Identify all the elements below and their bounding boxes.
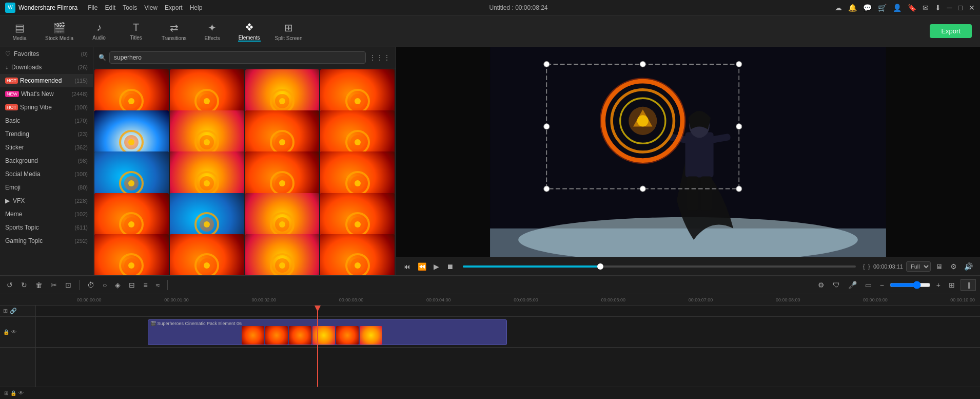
link-icon[interactable]: 🔗 xyxy=(10,308,17,314)
toolbar-stock-media[interactable]: 🎬 Stock Media xyxy=(45,22,73,41)
delete-button[interactable]: 🗑 xyxy=(33,279,45,291)
status-icon-2[interactable]: 🔒 xyxy=(10,390,16,396)
sidebar-item-gaming-topic[interactable]: Gaming Topic (292) xyxy=(0,234,93,248)
skip-back-button[interactable]: ⏮ xyxy=(401,261,413,272)
grid-item-16[interactable]: ⬇ Superheroes Cinematic ... xyxy=(94,234,169,275)
sidebar-item-background[interactable]: Background (98) xyxy=(0,154,93,167)
menu-view[interactable]: View xyxy=(144,4,158,11)
audio-icon: ♪ xyxy=(96,22,102,33)
menu-tools[interactable]: Tools xyxy=(123,4,137,11)
toolbar-elements[interactable]: ❖ Elements xyxy=(238,21,261,42)
sidebar-item-spring-vibe[interactable]: HOT Spring Vibe (100) xyxy=(0,101,93,114)
maximize-icon[interactable]: □ xyxy=(958,4,963,12)
sidebar-item-vfx[interactable]: ▶ VFX (228) xyxy=(0,194,93,207)
menu-edit[interactable]: Edit xyxy=(105,4,116,11)
zoom-slider[interactable] xyxy=(890,281,931,289)
redo-button[interactable]: ↻ xyxy=(18,279,30,291)
play-button[interactable]: ▶ xyxy=(432,261,441,272)
crop-button[interactable]: ⊡ xyxy=(63,279,74,291)
mic-button[interactable]: 🎤 xyxy=(846,279,859,291)
timeline-controls-row: ⊞ 🔗 xyxy=(0,306,35,317)
app-logo: W Wondershare Filmora xyxy=(5,3,77,13)
window-title: Untitled : 00:00:08:24 xyxy=(202,4,834,11)
svg-point-32 xyxy=(279,180,285,186)
alert-icon[interactable]: 🔔 xyxy=(848,4,857,12)
audio-beat-button[interactable]: ≈ xyxy=(153,279,163,291)
grid-view-icon[interactable]: ⋮⋮⋮ xyxy=(369,53,390,62)
zoom-in-button[interactable]: + xyxy=(934,279,943,291)
step-back-button[interactable]: ⏪ xyxy=(416,261,428,272)
svg-rect-64 xyxy=(687,176,698,210)
progress-bar[interactable] xyxy=(463,265,856,268)
cart-icon[interactable]: 🛒 xyxy=(878,4,887,12)
zoom-out-button[interactable]: − xyxy=(877,279,887,291)
status-icon-1[interactable]: ⊞ xyxy=(4,390,8,396)
stabilize-button[interactable]: ○ xyxy=(100,279,109,291)
add-track-icon[interactable]: ⊞ xyxy=(3,308,8,314)
sidebar-item-recommended[interactable]: HOT Recommended (115) xyxy=(0,74,93,87)
sidebar-item-whats-new[interactable]: NEW What's New (2448) xyxy=(0,87,93,101)
eye-icon[interactable]: 👁 xyxy=(11,329,16,335)
subtitle-button[interactable]: ▭ xyxy=(863,279,874,291)
toolbar-audio[interactable]: ♪ Audio xyxy=(88,22,110,41)
menu-export[interactable]: Export xyxy=(165,4,183,11)
sidebar-item-trending[interactable]: Trending (23) xyxy=(0,127,93,141)
cloud-icon[interactable]: ☁ xyxy=(835,4,842,12)
split-button[interactable]: ⊟ xyxy=(126,279,138,291)
grid-item-17[interactable]: ⬇ Superheroes Cinematic ... xyxy=(170,234,244,275)
sidebar-item-sports-topic[interactable]: Sports Topic (611) xyxy=(0,221,93,234)
stop-button[interactable]: ⏹ xyxy=(444,261,456,272)
toolbar-transitions[interactable]: ⇄ Transitions xyxy=(162,22,187,41)
sidebar-item-sticker[interactable]: Sticker (362) xyxy=(0,141,93,154)
toolbar-effects[interactable]: ✦ Effects xyxy=(201,22,224,41)
svg-point-77 xyxy=(544,62,550,67)
audio-detach-button[interactable]: ≡ xyxy=(141,279,150,291)
sidebar-item-basic[interactable]: Basic (170) xyxy=(0,114,93,127)
logo-icon: W xyxy=(5,3,15,13)
mark-9: 00:00:09:00 xyxy=(863,297,888,302)
volume-icon[interactable]: 🔊 xyxy=(962,261,975,272)
close-icon[interactable]: ✕ xyxy=(969,4,975,12)
track-label-video: 🔒 👁 xyxy=(0,317,35,348)
toolbar-media[interactable]: ▤ Media xyxy=(8,22,31,41)
menu-help[interactable]: Help xyxy=(190,4,203,11)
download-icon[interactable]: ⬇ xyxy=(935,4,941,12)
minimize-icon[interactable]: ─ xyxy=(947,4,952,12)
bookmark-icon[interactable]: 🔖 xyxy=(908,4,916,12)
sidebar-item-downloads[interactable]: ↓ Downloads (26) xyxy=(0,61,93,74)
svg-point-17 xyxy=(204,139,210,145)
progress-thumb[interactable] xyxy=(597,263,603,270)
sidebar-item-social-media[interactable]: Social Media (100) xyxy=(0,167,93,181)
color-button[interactable]: ◈ xyxy=(112,279,123,291)
svg-point-35 xyxy=(355,180,361,186)
speed-button[interactable]: ⏱ xyxy=(85,279,97,291)
cut-button[interactable]: ✂ xyxy=(48,279,60,291)
video-clip[interactable]: 🎬 Superheroes Cinematic Pack Element 06 xyxy=(148,319,507,345)
svg-point-20 xyxy=(279,139,285,145)
grid-item-18[interactable]: ⬇ Superheroes Cinematic ... xyxy=(245,234,320,275)
undo-button[interactable]: ↺ xyxy=(4,279,15,291)
quality-select[interactable]: Full 1/2 1/4 xyxy=(906,261,931,272)
settings-timeline-button[interactable]: ⚙ xyxy=(815,279,827,291)
grid-item-19[interactable]: ⬇ Superheroes Cinematic ... xyxy=(320,234,395,275)
toolbar-split-screen[interactable]: ⊞ Split Screen xyxy=(275,22,303,41)
settings-icon[interactable]: ⚙ xyxy=(948,261,959,272)
monitor-icon[interactable]: 🖥 xyxy=(934,261,945,272)
chat-icon[interactable]: 💬 xyxy=(863,4,872,12)
user-icon[interactable]: 👤 xyxy=(893,4,901,12)
shield-button[interactable]: 🛡 xyxy=(830,279,842,291)
toolbar-titles[interactable]: T Titles xyxy=(125,22,147,41)
lock-icon[interactable]: 🔒 xyxy=(3,329,9,335)
menu-file[interactable]: File xyxy=(88,4,97,11)
sidebar-item-emoji[interactable]: Emoji (80) xyxy=(0,181,93,194)
mail-icon[interactable]: ✉ xyxy=(923,4,929,12)
svg-point-23 xyxy=(355,139,361,145)
search-input[interactable] xyxy=(109,51,366,64)
sidebar-item-favorites[interactable]: ♡ Favorites (0) xyxy=(0,47,93,61)
clip-thumb-4 xyxy=(312,326,335,345)
fit-button[interactable]: ⊞ xyxy=(946,279,957,291)
sidebar-item-meme[interactable]: Meme (102) xyxy=(0,207,93,221)
export-button[interactable]: Export xyxy=(930,24,972,38)
mark-10: 00:00:10:00 xyxy=(950,297,975,302)
status-icon-3[interactable]: 👁 xyxy=(18,390,24,396)
